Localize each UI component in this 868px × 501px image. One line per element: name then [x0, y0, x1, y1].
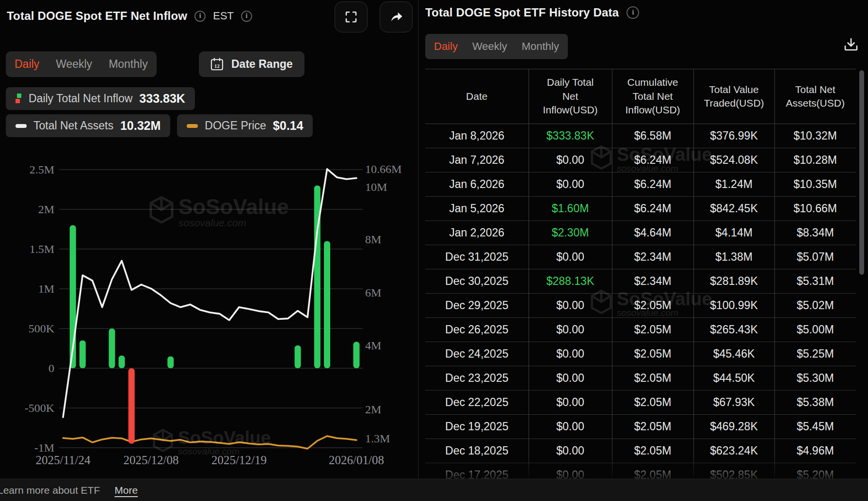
left-axis-tick: 2.5M — [30, 163, 54, 176]
row-cumulative-inflow: $6.24M — [612, 148, 693, 172]
inflow-bar[interactable] — [167, 356, 174, 368]
row-cumulative-inflow: $6.24M — [612, 197, 693, 221]
left-axis-tick: 500K — [29, 322, 55, 335]
row-cumulative-inflow: $2.34M — [612, 245, 693, 269]
row-net-assets: $5.25M — [774, 342, 856, 366]
inflow-bar[interactable] — [119, 356, 125, 368]
row-date: Jan 2,2026 — [425, 221, 529, 245]
table-header-row: DateDaily TotalNetInflow(USD)CumulativeT… — [425, 69, 856, 124]
row-cumulative-inflow: $2.05M — [612, 342, 693, 366]
row-daily-inflow: $0.00 — [529, 172, 612, 197]
row-net-assets: $5.07M — [774, 245, 856, 269]
row-value-traded: $100.99K — [693, 294, 774, 318]
table-column-header: Date — [425, 69, 529, 124]
row-cumulative-inflow: $2.05M — [612, 318, 693, 342]
left-axis-tick: 0 — [48, 362, 54, 375]
row-net-assets: $8.34M — [774, 221, 856, 245]
row-daily-inflow: $0.00 — [529, 342, 612, 366]
row-cumulative-inflow: $2.34M — [612, 269, 693, 294]
row-value-traded: $67.93K — [693, 391, 774, 415]
row-daily-inflow: $0.00 — [529, 439, 612, 463]
doge-price-line — [63, 436, 356, 449]
row-net-assets: $5.31M — [774, 269, 856, 294]
row-value-traded: $1.38M — [693, 245, 774, 269]
row-date: Dec 26,2025 — [425, 318, 529, 342]
row-daily-inflow: $0.00 — [529, 463, 612, 479]
left-axis-tick: 1M — [38, 282, 54, 295]
row-net-assets: $10.35M — [774, 172, 856, 197]
right-axis-tick: 10.66M — [365, 163, 402, 175]
table-column-header: Total ValueTraded(USD) — [693, 69, 774, 124]
tab-daily[interactable]: Daily — [434, 40, 458, 53]
row-cumulative-inflow: $4.64M — [612, 221, 693, 245]
row-cumulative-inflow: $2.05M — [612, 366, 693, 391]
table-row: Dec 17,2025$0.00$2.05M$502.85K$5.20M — [425, 463, 856, 479]
net-inflow-panel: Total DOGE Spot ETF Net Inflow i EST i D… — [0, 0, 418, 479]
left-axis-tick: -1M — [34, 441, 54, 454]
table-row: Dec 24,2025$0.00$2.05M$45.46K$5.25M — [425, 342, 856, 366]
row-daily-inflow: $0.00 — [529, 245, 612, 269]
tab-monthly[interactable]: Monthly — [522, 40, 559, 53]
row-value-traded: $265.43K — [693, 318, 774, 342]
right-axis-tick: 2M — [365, 403, 381, 416]
inflow-bar[interactable] — [80, 341, 86, 368]
inflow-bar[interactable] — [295, 345, 301, 368]
table-row: Dec 22,2025$0.00$2.05M$67.93K$5.38M — [425, 391, 856, 415]
row-value-traded: $469.28K — [693, 415, 774, 439]
row-date: Dec 31,2025 — [425, 245, 529, 269]
left-axis-tick: 2M — [38, 203, 54, 216]
row-daily-inflow: $0.00 — [529, 366, 612, 391]
row-date: Dec 19,2025 — [425, 415, 529, 439]
row-daily-inflow: $288.13K — [529, 269, 612, 294]
row-value-traded: $623.24K — [693, 439, 774, 463]
row-date: Dec 29,2025 — [425, 294, 529, 318]
row-cumulative-inflow: $2.05M — [612, 294, 693, 318]
row-date: Jan 6,2026 — [425, 172, 529, 197]
download-button[interactable] — [841, 35, 861, 54]
table-row: Jan 6,2026$0.00$6.24M$1.24M$10.35M — [425, 172, 856, 197]
x-axis-tick: 2026/01/08 — [329, 454, 384, 467]
row-daily-inflow: $2.30M — [529, 221, 612, 245]
row-value-traded: $502.85K — [693, 463, 774, 479]
row-daily-inflow: $0.00 — [529, 294, 612, 318]
history-table: DateDaily TotalNetInflow(USD)CumulativeT… — [425, 69, 856, 479]
row-value-traded: $4.14M — [693, 221, 774, 245]
row-cumulative-inflow: $2.05M — [612, 415, 693, 439]
footer-bar: Learn more about ETF More — [0, 479, 868, 501]
table-row: Jan 5,2026$1.60M$6.24M$842.45K$10.66M — [425, 197, 856, 221]
table-scrollbar[interactable] — [859, 70, 864, 275]
inflow-bar[interactable] — [324, 241, 330, 368]
table-row: Jan 2,2026$2.30M$4.64M$4.14M$8.34M — [425, 221, 856, 245]
footer-more-link[interactable]: More — [114, 485, 138, 496]
inflow-bar[interactable] — [109, 329, 115, 368]
table-row: Dec 29,2025$0.00$2.05M$100.99K$5.02M — [425, 294, 856, 318]
row-date: Dec 24,2025 — [425, 342, 529, 366]
row-net-assets: $10.28M — [774, 148, 856, 172]
tab-weekly[interactable]: Weekly — [472, 40, 507, 53]
inflow-bar[interactable] — [129, 368, 135, 444]
row-value-traded: $376.99K — [693, 124, 774, 148]
net-inflow-chart[interactable]: 2.5M2M1.5M1M500K0-500K-1M10.66M10M8M6M4M… — [0, 0, 418, 479]
table-row: Dec 23,2025$0.00$2.05M$44.50K$5.30M — [425, 366, 856, 391]
inflow-bar[interactable] — [354, 342, 360, 368]
table-row: Dec 30,2025$288.13K$2.34M$281.89K$5.31M — [425, 269, 856, 294]
download-icon — [843, 36, 859, 53]
row-cumulative-inflow: $6.58M — [612, 124, 693, 148]
row-cumulative-inflow: $2.05M — [612, 391, 693, 415]
row-net-assets: $5.30M — [774, 366, 856, 391]
row-value-traded: $44.50K — [693, 366, 774, 391]
left-axis-tick: -500K — [25, 402, 55, 414]
table-column-header: Total NetAssets(USD) — [774, 69, 856, 124]
row-value-traded: $842.45K — [693, 197, 774, 221]
table-column-header: Daily TotalNetInflow(USD) — [529, 69, 612, 124]
left-axis-tick: 1.5M — [30, 243, 54, 255]
row-net-assets: $5.20M — [774, 463, 856, 479]
info-icon[interactable]: i — [627, 6, 639, 19]
row-date: Dec 17,2025 — [425, 463, 529, 479]
total-net-assets-line — [63, 169, 356, 417]
row-date: Jan 5,2026 — [425, 197, 529, 221]
row-net-assets: $4.96M — [774, 439, 856, 463]
right-axis-tick: 6M — [365, 286, 381, 299]
row-value-traded: $45.46K — [693, 342, 774, 366]
x-axis-tick: 2025/12/08 — [124, 454, 179, 467]
